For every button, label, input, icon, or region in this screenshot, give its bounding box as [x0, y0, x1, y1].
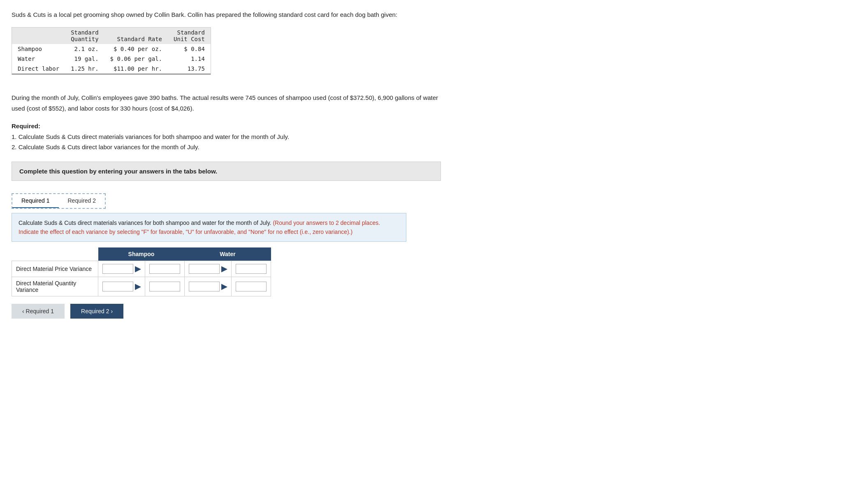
shampoo-quantity: 2.1 oz. [65, 44, 104, 54]
variance-col-empty [12, 247, 98, 261]
variance-label-price: Direct Material Price Variance [12, 261, 98, 277]
variance-col-water: Water [185, 247, 271, 261]
col-header-item [12, 28, 65, 44]
cost-card-table: StandardQuantity Standard Rate StandardU… [12, 28, 211, 74]
complete-box-text: Complete this question by entering your … [19, 168, 217, 175]
water-qty-effect-cell[interactable] [232, 277, 271, 296]
required-item-1: 1. Calculate Suds & Cuts direct material… [12, 132, 441, 142]
variance-table: Shampoo Water Direct Material Price Vari… [12, 247, 271, 296]
shampoo-price-variance-input[interactable] [102, 264, 133, 274]
water-quantity: 19 gal. [65, 54, 104, 64]
item-direct-labor: Direct labor [12, 64, 65, 74]
shampoo-qty-effect-cell[interactable] [145, 277, 185, 296]
tab-required-1[interactable]: Required 1 [12, 194, 59, 208]
water-qty-divider: ▶ [221, 282, 227, 291]
table-row: Direct Material Price Variance ▶ ▶ [12, 261, 271, 277]
instructions-box: Calculate Suds & Cuts direct materials v… [12, 213, 406, 242]
water-qty-variance-input[interactable] [189, 282, 220, 291]
tabs-container: Required 1 Required 2 [12, 187, 441, 209]
labor-unit-cost: 13.75 [168, 64, 211, 74]
labor-quantity: 1.25 hr. [65, 64, 104, 74]
item-water: Water [12, 54, 65, 64]
intro-paragraph: Suds & Cuts is a local pet grooming shop… [12, 10, 441, 20]
cost-card-table-wrapper: StandardQuantity Standard Rate StandardU… [12, 27, 211, 75]
required-item-2: 2. Calculate Suds & Cuts direct labor va… [12, 142, 441, 153]
variance-col-shampoo: Shampoo [98, 247, 185, 261]
water-rate: $ 0.06 per gal. [104, 54, 168, 64]
next-arrow-icon: › [111, 308, 113, 314]
col-header-rate: Standard Rate [104, 28, 168, 44]
labor-rate: $11.00 per hr. [104, 64, 168, 74]
table-row: Water 19 gal. $ 0.06 per gal. 1.14 [12, 54, 211, 64]
col-header-quantity: StandardQuantity [65, 28, 104, 44]
required-section: Required: 1. Calculate Suds & Cuts direc… [12, 121, 441, 153]
tab-required-2[interactable]: Required 2 [59, 194, 105, 208]
water-price-effect-input[interactable] [236, 264, 267, 274]
details-paragraph: During the month of July, Collin's emplo… [12, 92, 441, 113]
shampoo-price-divider: ▶ [135, 264, 141, 273]
next-button-label: Required 2 [81, 308, 109, 314]
nav-buttons: ‹ Required 1 Required 2 › [12, 304, 441, 319]
variance-table-wrapper: Shampoo Water Direct Material Price Vari… [12, 247, 441, 296]
table-row: Shampoo 2.1 oz. $ 0.40 per oz. $ 0.84 [12, 44, 211, 54]
shampoo-price-effect-cell[interactable] [145, 261, 185, 277]
next-button[interactable]: Required 2 › [70, 304, 123, 319]
shampoo-rate: $ 0.40 per oz. [104, 44, 168, 54]
shampoo-price-variance-input-cell[interactable]: ▶ [98, 261, 145, 277]
water-price-variance-input[interactable] [189, 264, 220, 274]
prev-button-label: Required 1 [26, 308, 54, 314]
shampoo-qty-variance-input[interactable] [102, 282, 133, 291]
shampoo-qty-variance-input-cell[interactable]: ▶ [98, 277, 145, 296]
water-qty-effect-input[interactable] [236, 282, 267, 291]
shampoo-price-effect-input[interactable] [149, 264, 180, 274]
prev-button[interactable]: ‹ Required 1 [12, 304, 65, 319]
water-qty-variance-input-cell[interactable]: ▶ [185, 277, 232, 296]
prev-arrow-icon: ‹ [22, 308, 24, 314]
water-price-variance-input-cell[interactable]: ▶ [185, 261, 232, 277]
complete-box: Complete this question by entering your … [12, 162, 441, 181]
col-header-unit-cost: StandardUnit Cost [168, 28, 211, 44]
shampoo-qty-effect-input[interactable] [149, 282, 180, 291]
item-shampoo: Shampoo [12, 44, 65, 54]
table-row: Direct Material Quantity Variance ▶ ▶ [12, 277, 271, 296]
water-unit-cost: 1.14 [168, 54, 211, 64]
instructions-main: Calculate Suds & Cuts direct materials v… [19, 220, 271, 226]
shampoo-qty-divider: ▶ [135, 282, 141, 291]
table-row: Direct labor 1.25 hr. $11.00 per hr. 13.… [12, 64, 211, 74]
tabs-row: Required 1 Required 2 [12, 194, 105, 208]
tabs-wrapper[interactable]: Required 1 Required 2 [12, 193, 106, 209]
water-price-effect-cell[interactable] [232, 261, 271, 277]
variance-label-quantity: Direct Material Quantity Variance [12, 277, 98, 296]
water-price-divider: ▶ [221, 264, 227, 273]
shampoo-unit-cost: $ 0.84 [168, 44, 211, 54]
required-header: Required: [12, 123, 40, 129]
